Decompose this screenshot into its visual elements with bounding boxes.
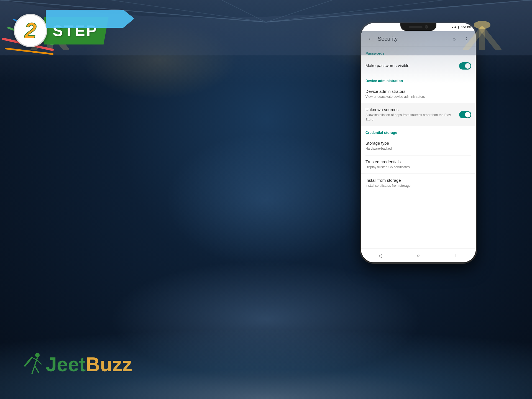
battery-icon: ▮ bbox=[457, 26, 459, 29]
blue-pennant bbox=[46, 10, 134, 29]
wifi-icon: ▾ bbox=[452, 26, 453, 29]
step-banner: 2 STEP bbox=[14, 14, 111, 47]
phone-notch bbox=[400, 23, 436, 31]
notch-camera bbox=[425, 25, 428, 29]
status-icons: ▾ ✈ ▮ 8:56 PM bbox=[452, 26, 471, 29]
bg-fog bbox=[0, 233, 532, 399]
status-time: 8:56 PM bbox=[461, 26, 471, 29]
notch-speaker bbox=[409, 26, 423, 28]
step-number-circle: 2 bbox=[14, 14, 47, 47]
stadium-light-right bbox=[454, 17, 510, 51]
svg-marker-14 bbox=[46, 10, 134, 28]
airplane-icon: ✈ bbox=[454, 26, 456, 29]
step-number: 2 bbox=[24, 18, 36, 43]
